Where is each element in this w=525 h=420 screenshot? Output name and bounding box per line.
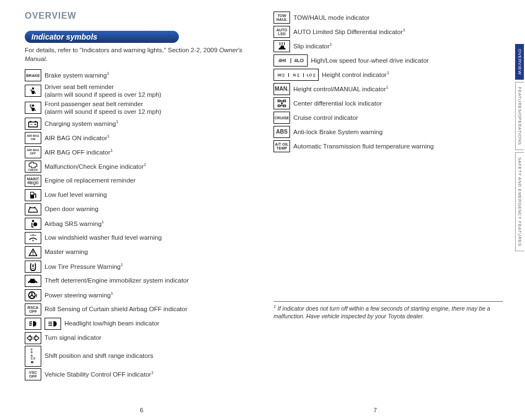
indicator-description: Airbag SRS warning1 — [45, 219, 104, 228]
indicator-icon — [25, 246, 41, 258]
headlight-low-icon — [25, 318, 41, 330]
page-numbers: 6 7 — [25, 407, 492, 413]
indicator-description: Headlight low/high beam indicator — [64, 319, 160, 327]
svg-text:✕: ✕ — [281, 102, 283, 105]
indicator-icon — [25, 203, 41, 215]
svg-line-28 — [29, 296, 31, 297]
page-number-left: 6 — [25, 407, 259, 413]
indicator-description: Power steering warning1 — [45, 291, 113, 299]
indicator-row: ABSAnti-lock Brake System warning — [274, 125, 503, 139]
indicator-icon — [274, 40, 290, 52]
indicator-row: CRUISECruise control indicator — [274, 111, 503, 124]
indicator-icon: ABS — [274, 126, 290, 138]
svg-rect-11 — [31, 192, 34, 195]
indicator-icon — [25, 189, 41, 201]
indicator-description: Low fuel level warning — [45, 191, 107, 198]
indicator-description: Automatic Transmission fluid temperature… — [293, 142, 434, 150]
tab-features[interactable]: FEATURES/OPERATIONS — [515, 82, 524, 150]
svg-text:+: + — [34, 123, 36, 126]
svg-rect-38 — [278, 100, 280, 102]
indicator-icon — [25, 85, 41, 97]
tab-safety[interactable]: SAFETY AND EMERGENCY FEATURES — [515, 152, 524, 251]
headlight-high-icon — [45, 318, 61, 330]
indicator-description: Driver seat belt reminder (alarm will so… — [45, 83, 161, 99]
indicator-icon — [25, 261, 41, 273]
page-number-right: 7 — [259, 407, 493, 413]
indicator-description: Height control indicator1 — [322, 70, 389, 79]
indicator-icon: MAINT REQD — [25, 175, 41, 187]
indicator-row: Low Tire Pressure Warning1 — [25, 260, 254, 273]
svg-rect-22 — [30, 279, 35, 280]
indicator-description: Charging system warning1 — [45, 119, 118, 128]
indicator-icon: MAN. — [274, 83, 290, 95]
indicator-description: Center differential lock indicator — [293, 100, 382, 107]
indicator-row: PRNS D▦Shift position and shift range in… — [25, 346, 254, 367]
svg-point-2 — [32, 104, 34, 107]
svg-point-21 — [32, 268, 34, 269]
indicator-description: Anti-lock Brake System warning — [293, 128, 382, 136]
indicator-description: Low Tire Pressure Warning1 — [45, 262, 123, 270]
indicator-description: Open door warning — [45, 205, 99, 213]
indicator-description: Theft deterrent/Engine immobilizer syste… — [45, 277, 189, 284]
indicator-row: RSCA OFFRoll Sensing of Curtain shield A… — [25, 303, 254, 316]
svg-line-32 — [29, 323, 32, 324]
indicator-row: ✕Center differential lock indicator — [274, 97, 503, 110]
indicator-icon: PRNS D▦ — [25, 346, 41, 367]
svg-rect-41 — [283, 105, 286, 107]
indicator-row: AUTO LSDAUTO Limited Slip Differential i… — [274, 25, 503, 38]
svg-line-31 — [29, 322, 32, 322]
svg-point-12 — [35, 197, 36, 198]
indicator-icon: TOW HAUL — [274, 12, 290, 24]
indicator-icon — [25, 232, 41, 244]
intro-text: For details, refer to "Indicators and wa… — [25, 46, 254, 63]
svg-point-15 — [32, 220, 34, 222]
indicator-row: MAN.Height control/MANUAL indicator1 — [274, 82, 503, 96]
indicator-icon: ✕ — [274, 97, 290, 109]
svg-text:P: P — [30, 104, 32, 107]
indicator-row: A/T OIL TEMPAutomatic Transmission fluid… — [274, 140, 503, 153]
indicator-row: AIR BAG OFFAIR BAG OFF indicator1 — [25, 146, 254, 159]
svg-rect-6 — [30, 121, 31, 122]
indicator-description: High/Low speed four-wheel drive indicato… — [311, 57, 429, 64]
indicator-description: Cruise control indicator — [293, 114, 358, 121]
indicator-description: Front passenger seat belt reminder (alar… — [45, 100, 161, 116]
indicator-icon: −+ — [25, 118, 41, 130]
indicator-row: !Power steering warning1 — [25, 289, 254, 302]
svg-point-24 — [35, 282, 37, 284]
footnote: 1 If indicator does not turn off within … — [274, 301, 503, 320]
svg-rect-7 — [35, 121, 36, 122]
indicator-row: Turn signal indicator — [25, 331, 254, 345]
indicator-description: Malfunction/Check Engine indicator1 — [45, 162, 146, 170]
indicator-row: HI ▯N ▯LO ▯Height control indicator1 — [274, 68, 503, 81]
indicator-row: CHECKMalfunction/Check Engine indicator1 — [25, 160, 254, 173]
indicator-row: Master warning — [25, 246, 254, 259]
indicator-description: Low windshield washer fluid level warnin… — [45, 234, 162, 241]
indicator-row: Airbag SRS warning1 — [25, 217, 254, 230]
svg-rect-37 — [281, 46, 284, 47]
indicator-icon: BRAKE — [25, 69, 41, 81]
indicator-description: Height control/MANUAL indicator1 — [293, 85, 389, 93]
indicator-icon: ! — [25, 289, 41, 301]
indicator-row: Low windshield washer fluid level warnin… — [25, 231, 254, 245]
indicator-row: Low fuel level warning — [25, 189, 254, 202]
svg-line-29 — [32, 296, 35, 297]
indicator-icon: 4HI4LO — [274, 54, 308, 67]
indicator-description: Brake system warning1 — [45, 71, 110, 79]
tab-overview[interactable]: OVERVIEW — [515, 44, 524, 80]
indicator-icon — [25, 275, 41, 287]
indicator-icon: HI ▯N ▯LO ▯ — [274, 69, 319, 81]
indicator-row: MAINT REQDEngine oil replacement reminde… — [25, 174, 254, 187]
indicator-description: AIR BAG ON indicator1 — [45, 134, 110, 142]
indicator-description: Vehicle Stability Control OFF indicator1 — [45, 370, 154, 378]
indicator-description: Turn signal indicator — [45, 334, 101, 341]
indicator-row: VSC OFFVehicle Stability Control OFF ind… — [25, 368, 254, 381]
svg-point-0 — [32, 87, 34, 90]
indicator-icon: AIR BAG ON — [25, 132, 41, 144]
section-header: Indicator symbols — [25, 31, 179, 43]
indicator-row: Slip indicator1 — [274, 40, 503, 53]
indicator-row: 4HI4LOHigh/Low speed four-wheel drive in… — [274, 54, 503, 67]
indicator-icon: VSC OFF — [25, 368, 41, 380]
svg-line-33 — [29, 325, 32, 325]
svg-point-16 — [34, 222, 37, 226]
indicator-icon: AIR BAG OFF — [25, 146, 41, 158]
